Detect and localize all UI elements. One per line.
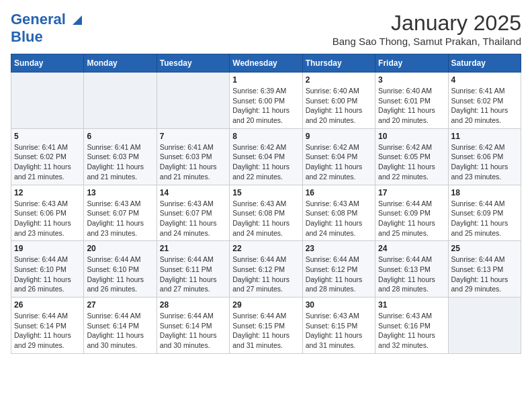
calendar-subtitle: Bang Sao Thong, Samut Prakan, Thailand	[332, 36, 521, 47]
table-cell: 8Sunrise: 6:42 AMSunset: 6:04 PMDaylight…	[230, 128, 302, 185]
day-number: 18	[451, 188, 518, 197]
day-info: Sunrise: 6:42 AMSunset: 6:06 PMDaylight:…	[451, 142, 518, 182]
day-number: 25	[451, 244, 518, 253]
table-cell: 6Sunrise: 6:41 AMSunset: 6:03 PMDaylight…	[84, 128, 157, 185]
day-info: Sunrise: 6:44 AMSunset: 6:14 PMDaylight:…	[160, 311, 226, 351]
day-info: Sunrise: 6:43 AMSunset: 6:08 PMDaylight:…	[232, 199, 299, 238]
table-cell: 26Sunrise: 6:44 AMSunset: 6:14 PMDayligh…	[11, 298, 84, 354]
table-cell: 11Sunrise: 6:42 AMSunset: 6:06 PMDayligh…	[448, 128, 521, 185]
table-cell: 9Sunrise: 6:42 AMSunset: 6:04 PMDaylight…	[302, 128, 375, 185]
day-info: Sunrise: 6:44 AMSunset: 6:14 PMDaylight:…	[87, 311, 153, 351]
day-number: 19	[14, 244, 81, 253]
day-info: Sunrise: 6:41 AMSunset: 6:02 PMDaylight:…	[451, 86, 518, 126]
table-cell: 12Sunrise: 6:43 AMSunset: 6:06 PMDayligh…	[11, 185, 84, 241]
day-number: 10	[378, 132, 445, 141]
day-info: Sunrise: 6:44 AMSunset: 6:12 PMDaylight:…	[232, 255, 299, 294]
day-number: 15	[232, 188, 299, 197]
table-cell: 22Sunrise: 6:44 AMSunset: 6:12 PMDayligh…	[230, 241, 302, 298]
day-info: Sunrise: 6:39 AMSunset: 6:00 PMDaylight:…	[232, 86, 299, 126]
day-info: Sunrise: 6:43 AMSunset: 6:06 PMDaylight:…	[14, 199, 81, 238]
col-sunday: Sunday	[11, 54, 84, 73]
table-cell: 25Sunrise: 6:44 AMSunset: 6:13 PMDayligh…	[448, 241, 521, 298]
week-row-1: 1Sunrise: 6:39 AMSunset: 6:00 PMDaylight…	[11, 73, 521, 129]
day-info: Sunrise: 6:42 AMSunset: 6:04 PMDaylight:…	[232, 142, 299, 182]
calendar-title: January 2025	[332, 11, 521, 36]
day-number: 31	[378, 300, 445, 310]
day-number: 24	[378, 244, 445, 253]
table-cell: 20Sunrise: 6:44 AMSunset: 6:10 PMDayligh…	[84, 241, 157, 298]
page-header: General Blue January 2025 Bang Sao Thong…	[11, 11, 521, 47]
day-info: Sunrise: 6:42 AMSunset: 6:05 PMDaylight:…	[378, 142, 445, 182]
day-info: Sunrise: 6:43 AMSunset: 6:15 PMDaylight:…	[306, 311, 372, 351]
table-cell: 18Sunrise: 6:44 AMSunset: 6:09 PMDayligh…	[448, 185, 521, 241]
day-info: Sunrise: 6:41 AMSunset: 6:02 PMDaylight:…	[14, 142, 81, 182]
day-info: Sunrise: 6:44 AMSunset: 6:10 PMDaylight:…	[14, 255, 81, 294]
table-cell: 1Sunrise: 6:39 AMSunset: 6:00 PMDaylight…	[230, 73, 302, 129]
table-cell: 7Sunrise: 6:41 AMSunset: 6:03 PMDaylight…	[157, 128, 229, 185]
logo-blue-text: Blue	[11, 28, 43, 46]
table-cell: 3Sunrise: 6:40 AMSunset: 6:01 PMDaylight…	[375, 73, 448, 129]
day-number: 7	[160, 132, 226, 141]
day-info: Sunrise: 6:44 AMSunset: 6:11 PMDaylight:…	[160, 255, 226, 294]
day-number: 27	[87, 300, 153, 310]
table-cell: 29Sunrise: 6:44 AMSunset: 6:15 PMDayligh…	[230, 298, 302, 354]
day-number: 22	[232, 244, 299, 253]
day-info: Sunrise: 6:41 AMSunset: 6:03 PMDaylight:…	[87, 142, 153, 182]
day-number: 14	[160, 188, 226, 197]
day-number: 28	[160, 300, 226, 310]
table-cell: 31Sunrise: 6:43 AMSunset: 6:16 PMDayligh…	[375, 298, 448, 354]
day-number: 12	[14, 188, 81, 197]
day-number: 16	[306, 188, 372, 197]
day-number: 9	[306, 132, 372, 141]
day-number: 5	[14, 132, 81, 141]
day-number: 3	[378, 75, 445, 85]
calendar-header-row: Sunday Monday Tuesday Wednesday Thursday…	[11, 54, 521, 73]
table-cell: 5Sunrise: 6:41 AMSunset: 6:02 PMDaylight…	[11, 128, 84, 185]
day-info: Sunrise: 6:40 AMSunset: 6:01 PMDaylight:…	[378, 86, 445, 126]
day-number: 30	[306, 300, 372, 310]
logo-triangle-icon	[71, 14, 83, 26]
table-cell: 10Sunrise: 6:42 AMSunset: 6:05 PMDayligh…	[375, 128, 448, 185]
day-number: 13	[87, 188, 153, 197]
table-cell: 14Sunrise: 6:43 AMSunset: 6:07 PMDayligh…	[157, 185, 229, 241]
table-cell: 19Sunrise: 6:44 AMSunset: 6:10 PMDayligh…	[11, 241, 84, 298]
week-row-4: 19Sunrise: 6:44 AMSunset: 6:10 PMDayligh…	[11, 241, 521, 298]
day-info: Sunrise: 6:44 AMSunset: 6:10 PMDaylight:…	[87, 255, 153, 294]
col-thursday: Thursday	[302, 54, 375, 73]
logo-general-text: General	[11, 11, 83, 28]
day-info: Sunrise: 6:44 AMSunset: 6:15 PMDaylight:…	[232, 311, 299, 351]
col-friday: Friday	[375, 54, 448, 73]
col-monday: Monday	[84, 54, 157, 73]
table-cell	[84, 73, 157, 129]
table-cell	[157, 73, 229, 129]
table-cell: 28Sunrise: 6:44 AMSunset: 6:14 PMDayligh…	[157, 298, 229, 354]
week-row-5: 26Sunrise: 6:44 AMSunset: 6:14 PMDayligh…	[11, 298, 521, 354]
table-cell: 13Sunrise: 6:43 AMSunset: 6:07 PMDayligh…	[84, 185, 157, 241]
day-info: Sunrise: 6:44 AMSunset: 6:09 PMDaylight:…	[451, 199, 518, 238]
week-row-3: 12Sunrise: 6:43 AMSunset: 6:06 PMDayligh…	[11, 185, 521, 241]
table-cell	[448, 298, 521, 354]
logo: General Blue	[11, 11, 83, 46]
col-tuesday: Tuesday	[157, 54, 229, 73]
day-number: 8	[232, 132, 299, 141]
table-cell: 27Sunrise: 6:44 AMSunset: 6:14 PMDayligh…	[84, 298, 157, 354]
day-number: 23	[306, 244, 372, 253]
day-number: 26	[14, 300, 81, 310]
table-cell: 17Sunrise: 6:44 AMSunset: 6:09 PMDayligh…	[375, 185, 448, 241]
week-row-2: 5Sunrise: 6:41 AMSunset: 6:02 PMDaylight…	[11, 128, 521, 185]
day-info: Sunrise: 6:43 AMSunset: 6:16 PMDaylight:…	[378, 311, 445, 351]
day-info: Sunrise: 6:40 AMSunset: 6:00 PMDaylight:…	[306, 86, 372, 126]
col-saturday: Saturday	[448, 54, 521, 73]
calendar-table: Sunday Monday Tuesday Wednesday Thursday…	[11, 54, 521, 354]
table-cell: 30Sunrise: 6:43 AMSunset: 6:15 PMDayligh…	[302, 298, 375, 354]
day-number: 21	[160, 244, 226, 253]
table-cell: 16Sunrise: 6:43 AMSunset: 6:08 PMDayligh…	[302, 185, 375, 241]
day-info: Sunrise: 6:43 AMSunset: 6:07 PMDaylight:…	[160, 199, 226, 238]
table-cell	[11, 73, 84, 129]
day-info: Sunrise: 6:44 AMSunset: 6:09 PMDaylight:…	[378, 199, 445, 238]
table-cell: 21Sunrise: 6:44 AMSunset: 6:11 PMDayligh…	[157, 241, 229, 298]
col-wednesday: Wednesday	[230, 54, 302, 73]
day-info: Sunrise: 6:42 AMSunset: 6:04 PMDaylight:…	[306, 142, 372, 182]
table-cell: 4Sunrise: 6:41 AMSunset: 6:02 PMDaylight…	[448, 73, 521, 129]
day-info: Sunrise: 6:43 AMSunset: 6:08 PMDaylight:…	[306, 199, 372, 238]
